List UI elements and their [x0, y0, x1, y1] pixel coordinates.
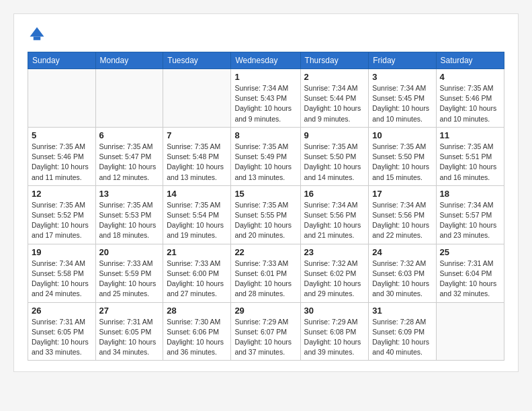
- day-number: 26: [32, 306, 92, 316]
- calendar-cell: 13Sunrise: 7:35 AMSunset: 5:53 PMDayligh…: [95, 185, 163, 244]
- day-number: 15: [234, 189, 296, 199]
- calendar-container: SundayMondayTuesdayWednesdayThursdayFrid…: [13, 13, 519, 372]
- day-number: 9: [304, 130, 365, 140]
- calendar-cell: 12Sunrise: 7:35 AMSunset: 5:52 PMDayligh…: [28, 185, 96, 244]
- calendar-cell: 17Sunrise: 7:34 AMSunset: 5:56 PMDayligh…: [369, 185, 436, 244]
- day-number: 22: [234, 247, 296, 257]
- day-header-tuesday: Tuesday: [163, 52, 231, 69]
- svg-marker-0: [30, 28, 44, 37]
- day-number: 6: [99, 130, 160, 140]
- day-header-friday: Friday: [369, 52, 436, 69]
- calendar-cell: [436, 302, 504, 361]
- day-info: Sunrise: 7:34 AMSunset: 5:57 PMDaylight:…: [440, 200, 500, 241]
- calendar-cell: 14Sunrise: 7:35 AMSunset: 5:54 PMDayligh…: [163, 185, 231, 244]
- day-info: Sunrise: 7:34 AMSunset: 5:56 PMDaylight:…: [372, 200, 432, 241]
- day-info: Sunrise: 7:31 AMSunset: 6:04 PMDaylight:…: [440, 259, 500, 300]
- day-number: 19: [32, 247, 92, 257]
- day-header-saturday: Saturday: [436, 52, 504, 69]
- day-info: Sunrise: 7:34 AMSunset: 5:56 PMDaylight:…: [304, 200, 365, 241]
- calendar-cell: 6Sunrise: 7:35 AMSunset: 5:47 PMDaylight…: [95, 127, 163, 185]
- calendar-cell: 4Sunrise: 7:35 AMSunset: 5:46 PMDaylight…: [436, 69, 504, 128]
- day-number: 5: [32, 130, 92, 140]
- calendar-cell: 27Sunrise: 7:31 AMSunset: 6:05 PMDayligh…: [95, 302, 163, 361]
- day-number: 12: [32, 189, 92, 199]
- day-info: Sunrise: 7:35 AMSunset: 5:55 PMDaylight:…: [234, 200, 296, 241]
- calendar-cell: 5Sunrise: 7:35 AMSunset: 5:46 PMDaylight…: [28, 127, 96, 185]
- calendar-week-row: 12Sunrise: 7:35 AMSunset: 5:52 PMDayligh…: [28, 185, 504, 244]
- day-info: Sunrise: 7:35 AMSunset: 5:51 PMDaylight:…: [440, 142, 500, 183]
- day-number: 10: [372, 130, 432, 140]
- day-info: Sunrise: 7:30 AMSunset: 6:06 PMDaylight:…: [167, 317, 227, 358]
- day-info: Sunrise: 7:33 AMSunset: 6:01 PMDaylight:…: [234, 259, 296, 300]
- day-number: 24: [372, 247, 432, 257]
- day-header-thursday: Thursday: [300, 52, 369, 69]
- calendar-cell: 20Sunrise: 7:33 AMSunset: 5:59 PMDayligh…: [95, 244, 163, 302]
- day-number: 7: [167, 130, 227, 140]
- calendar-cell: 25Sunrise: 7:31 AMSunset: 6:04 PMDayligh…: [436, 244, 504, 302]
- day-info: Sunrise: 7:34 AMSunset: 5:45 PMDaylight:…: [372, 83, 432, 124]
- day-number: 3: [372, 72, 432, 82]
- calendar-cell: 22Sunrise: 7:33 AMSunset: 6:01 PMDayligh…: [231, 244, 300, 302]
- day-info: Sunrise: 7:28 AMSunset: 6:09 PMDaylight:…: [372, 317, 432, 358]
- day-number: 14: [167, 189, 227, 199]
- calendar-cell: 3Sunrise: 7:34 AMSunset: 5:45 PMDaylight…: [369, 69, 436, 128]
- calendar-cell: 16Sunrise: 7:34 AMSunset: 5:56 PMDayligh…: [300, 185, 369, 244]
- calendar-cell: 8Sunrise: 7:35 AMSunset: 5:49 PMDaylight…: [231, 127, 300, 185]
- logo-icon: [28, 25, 46, 44]
- calendar-cell: 10Sunrise: 7:35 AMSunset: 5:50 PMDayligh…: [369, 127, 436, 185]
- calendar-cell: 30Sunrise: 7:29 AMSunset: 6:08 PMDayligh…: [300, 302, 369, 361]
- calendar-cell: 23Sunrise: 7:32 AMSunset: 6:02 PMDayligh…: [300, 244, 369, 302]
- day-info: Sunrise: 7:31 AMSunset: 6:05 PMDaylight:…: [32, 317, 92, 358]
- day-info: Sunrise: 7:35 AMSunset: 5:52 PMDaylight:…: [32, 200, 92, 241]
- day-number: 17: [372, 189, 432, 199]
- day-header-monday: Monday: [95, 52, 163, 69]
- day-info: Sunrise: 7:29 AMSunset: 6:07 PMDaylight:…: [234, 317, 296, 358]
- calendar-cell: 2Sunrise: 7:34 AMSunset: 5:44 PMDaylight…: [300, 69, 369, 128]
- calendar-cell: [95, 69, 163, 128]
- day-number: 31: [372, 306, 432, 316]
- calendar-cell: 29Sunrise: 7:29 AMSunset: 6:07 PMDayligh…: [231, 302, 300, 361]
- calendar-cell: 7Sunrise: 7:35 AMSunset: 5:48 PMDaylight…: [163, 127, 231, 185]
- day-info: Sunrise: 7:33 AMSunset: 6:00 PMDaylight:…: [167, 259, 227, 300]
- calendar-cell: 21Sunrise: 7:33 AMSunset: 6:00 PMDayligh…: [163, 244, 231, 302]
- day-header-wednesday: Wednesday: [231, 52, 300, 69]
- day-number: 27: [99, 306, 160, 316]
- calendar-cell: 28Sunrise: 7:30 AMSunset: 6:06 PMDayligh…: [163, 302, 231, 361]
- day-info: Sunrise: 7:34 AMSunset: 5:58 PMDaylight:…: [32, 259, 92, 300]
- calendar-cell: 18Sunrise: 7:34 AMSunset: 5:57 PMDayligh…: [436, 185, 504, 244]
- day-info: Sunrise: 7:35 AMSunset: 5:50 PMDaylight:…: [372, 142, 432, 183]
- day-info: Sunrise: 7:35 AMSunset: 5:50 PMDaylight:…: [304, 142, 365, 183]
- day-info: Sunrise: 7:29 AMSunset: 6:08 PMDaylight:…: [304, 317, 365, 358]
- day-info: Sunrise: 7:35 AMSunset: 5:46 PMDaylight:…: [440, 83, 500, 124]
- calendar-cell: [28, 69, 96, 128]
- day-info: Sunrise: 7:32 AMSunset: 6:03 PMDaylight:…: [372, 259, 432, 300]
- calendar-week-row: 26Sunrise: 7:31 AMSunset: 6:05 PMDayligh…: [28, 302, 504, 361]
- day-number: 4: [440, 72, 500, 82]
- day-header-sunday: Sunday: [28, 52, 96, 69]
- calendar-cell: 26Sunrise: 7:31 AMSunset: 6:05 PMDayligh…: [28, 302, 96, 361]
- day-info: Sunrise: 7:35 AMSunset: 5:47 PMDaylight:…: [99, 142, 160, 183]
- calendar-cell: 1Sunrise: 7:34 AMSunset: 5:43 PMDaylight…: [231, 69, 300, 128]
- logo: [28, 25, 49, 44]
- day-number: 29: [234, 306, 296, 316]
- day-number: 2: [304, 72, 365, 82]
- header: [28, 25, 504, 44]
- day-number: 8: [234, 130, 296, 140]
- calendar-week-row: 5Sunrise: 7:35 AMSunset: 5:46 PMDaylight…: [28, 127, 504, 185]
- day-info: Sunrise: 7:35 AMSunset: 5:53 PMDaylight:…: [99, 200, 160, 241]
- day-info: Sunrise: 7:33 AMSunset: 5:59 PMDaylight:…: [99, 259, 160, 300]
- day-number: 23: [304, 247, 365, 257]
- calendar-header-row: SundayMondayTuesdayWednesdayThursdayFrid…: [28, 52, 504, 69]
- day-info: Sunrise: 7:35 AMSunset: 5:46 PMDaylight:…: [32, 142, 92, 183]
- day-info: Sunrise: 7:35 AMSunset: 5:48 PMDaylight:…: [167, 142, 227, 183]
- calendar-week-row: 19Sunrise: 7:34 AMSunset: 5:58 PMDayligh…: [28, 244, 504, 302]
- day-number: 1: [234, 72, 296, 82]
- calendar-cell: 19Sunrise: 7:34 AMSunset: 5:58 PMDayligh…: [28, 244, 96, 302]
- day-info: Sunrise: 7:31 AMSunset: 6:05 PMDaylight:…: [99, 317, 160, 358]
- svg-rect-1: [34, 37, 41, 40]
- day-number: 25: [440, 247, 500, 257]
- calendar-cell: 31Sunrise: 7:28 AMSunset: 6:09 PMDayligh…: [369, 302, 436, 361]
- day-number: 18: [440, 189, 500, 199]
- day-info: Sunrise: 7:35 AMSunset: 5:49 PMDaylight:…: [234, 142, 296, 183]
- day-number: 28: [167, 306, 227, 316]
